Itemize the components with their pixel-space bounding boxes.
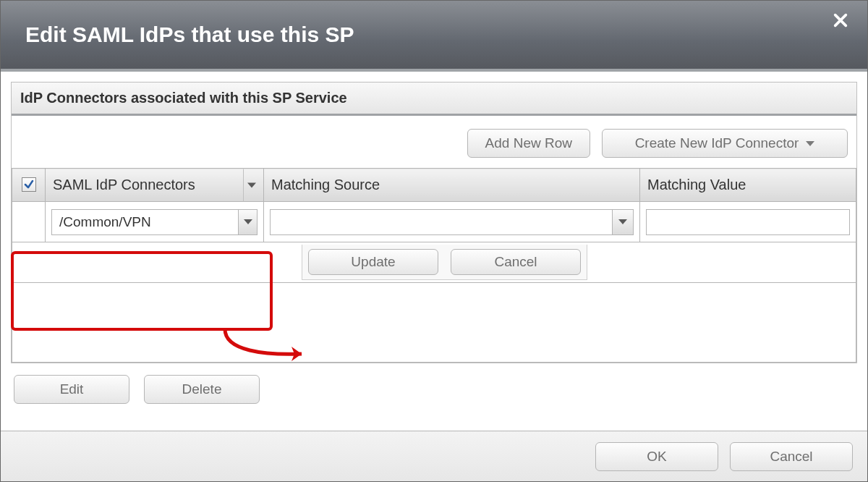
section-idp-connectors: IdP Connectors associated with this SP S… [11, 82, 857, 363]
dialog-title: Edit SAML IdPs that use this SP [25, 22, 354, 47]
add-new-row-button[interactable]: Add New Row [467, 129, 590, 158]
list-actions: Edit Delete [11, 363, 857, 415]
connectors-table: SAML IdP Connectors Matching Source Matc… [12, 168, 856, 363]
delete-label: Delete [182, 381, 222, 397]
table-header-value-label: Matching Value [647, 177, 746, 193]
section-header: IdP Connectors associated with this SP S… [12, 83, 856, 116]
table-empty-space [12, 283, 856, 363]
row-actions-panel: Update Cancel [302, 245, 587, 280]
connector-dropdown-toggle[interactable] [238, 209, 258, 235]
table-row [12, 202, 856, 242]
add-new-row-label: Add New Row [485, 135, 572, 151]
chevron-down-icon [806, 141, 814, 146]
edit-button[interactable]: Edit [14, 375, 129, 404]
dialog-footer: OK Cancel [1, 431, 867, 481]
select-all-checkbox[interactable] [22, 177, 36, 192]
table-row-actions: Update Cancel [12, 242, 856, 283]
row-cancel-label: Cancel [494, 254, 537, 270]
row-cancel-button[interactable]: Cancel [451, 249, 581, 275]
chevron-down-icon [244, 219, 252, 224]
ok-label: OK [647, 449, 666, 465]
table-header-source[interactable]: Matching Source [264, 169, 640, 202]
table-header-checkbox-cell [12, 169, 46, 202]
table-header-row: SAML IdP Connectors Matching Source Matc… [12, 169, 856, 202]
connector-input[interactable] [51, 209, 238, 235]
section-toolbar: Add New Row Create New IdP Connector [12, 116, 856, 168]
row-connector-cell [46, 202, 264, 242]
source-input[interactable] [270, 209, 612, 235]
ok-button[interactable]: OK [595, 442, 718, 471]
create-new-idp-connector-label: Create New IdP Connector [635, 135, 799, 151]
row-value-cell [640, 202, 856, 242]
cancel-label: Cancel [770, 449, 812, 465]
value-input[interactable] [646, 209, 850, 235]
create-new-idp-connector-button[interactable]: Create New IdP Connector [602, 129, 848, 158]
connector-combobox[interactable] [51, 209, 258, 235]
dialog-edit-saml-idps: Edit SAML IdPs that use this SP IdP Conn… [0, 0, 868, 482]
dialog-titlebar: Edit SAML IdPs that use this SP [1, 1, 867, 72]
connectors-table-wrap: SAML IdP Connectors Matching Source Matc… [12, 168, 856, 363]
delete-button[interactable]: Delete [144, 375, 260, 404]
table-header-connectors-label: SAML IdP Connectors [53, 177, 195, 193]
update-button[interactable]: Update [308, 249, 438, 275]
section-body: Add New Row Create New IdP Connector [12, 116, 856, 363]
chevron-down-icon [618, 219, 627, 224]
row-checkbox-cell [12, 202, 46, 242]
cancel-button[interactable]: Cancel [730, 442, 853, 471]
update-label: Update [351, 254, 395, 270]
edit-label: Edit [60, 381, 84, 397]
source-dropdown-toggle[interactable] [612, 209, 634, 235]
table-header-connectors[interactable]: SAML IdP Connectors [46, 169, 264, 202]
source-combobox[interactable] [270, 209, 634, 235]
dialog-body: IdP Connectors associated with this SP S… [1, 72, 867, 431]
table-header-source-label: Matching Source [271, 177, 380, 193]
table-header-value[interactable]: Matching Value [640, 169, 856, 202]
close-icon[interactable] [833, 12, 851, 31]
row-source-cell [264, 202, 640, 242]
sort-connectors-icon[interactable] [243, 169, 259, 201]
